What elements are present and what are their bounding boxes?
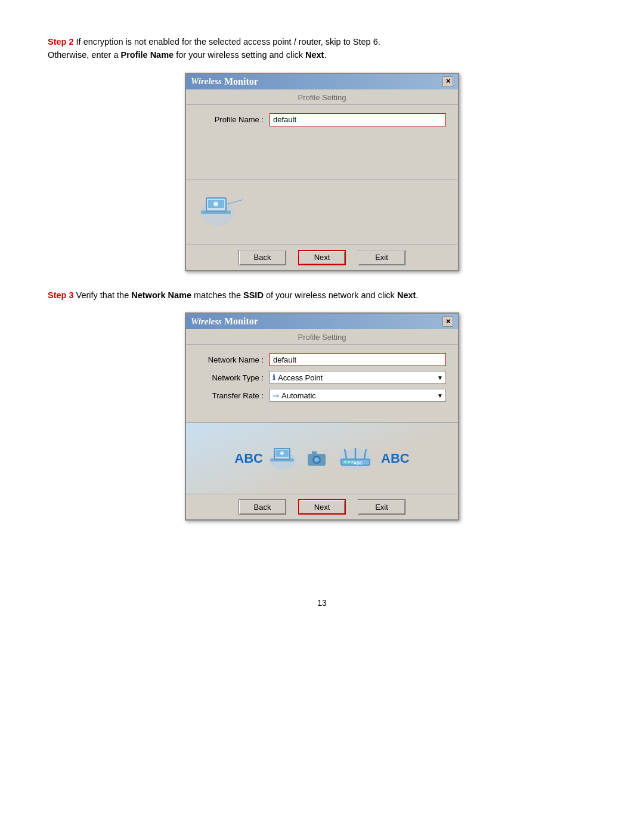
dialog1-body: Profile Setting Profile Name : xyxy=(186,89,458,270)
dialog2-title: Wireless Monitor xyxy=(191,316,258,327)
dialog1-profile-name-input[interactable] xyxy=(270,113,446,126)
dialog1-close-button[interactable]: ✕ xyxy=(442,76,453,87)
dialog2-form-area: Network Name : Network Type : ℹ Access P… xyxy=(186,345,458,422)
dialog2-transfer-rate-label: Transfer Rate : xyxy=(198,391,270,400)
dialog2-network-name-row: Network Name : xyxy=(198,353,446,366)
step2-text4: . xyxy=(324,50,326,60)
network-type-dropdown-arrow: ▼ xyxy=(437,374,443,381)
dialog2-close-button[interactable]: ✕ xyxy=(442,316,453,327)
step3-bold1: Network Name xyxy=(131,290,191,300)
network-diagram: ABC xyxy=(195,429,449,488)
dialog1-next-button[interactable]: Next xyxy=(298,250,346,265)
step2-text2: Otherwise, enter a xyxy=(48,50,121,60)
network-type-icon: ℹ xyxy=(273,373,275,382)
svg-point-24 xyxy=(344,461,346,463)
dialog2-footer: Back Next Exit xyxy=(186,494,458,519)
transfer-rate-dropdown-arrow: ▼ xyxy=(437,392,443,399)
dialog1-section-label: Profile Setting xyxy=(186,89,458,105)
dialog1-titlebar: Wireless Monitor ✕ xyxy=(186,74,458,89)
dialog2-titlebar: Wireless Monitor ✕ xyxy=(186,314,458,329)
dialog1-exit-button[interactable]: Exit xyxy=(358,250,405,265)
step3-text4: . xyxy=(416,290,418,300)
step3-block: Step 3 Verify that the Network Name matc… xyxy=(48,289,596,521)
step3-text1: Verify that the xyxy=(74,290,132,300)
dialog2-transfer-rate-value: Automatic xyxy=(281,391,316,400)
abc-right-label: ABC xyxy=(381,451,410,466)
abc-left-label: ABC xyxy=(234,451,263,466)
dialog2-body: Profile Setting Network Name : Network T… xyxy=(186,329,458,519)
svg-text:ABC: ABC xyxy=(354,461,363,465)
dialog2-title-wireless: Wireless xyxy=(191,317,222,327)
step2-text: Step 2 If encryption is not enabled for … xyxy=(48,36,596,62)
diagram-laptop-icon xyxy=(265,442,301,475)
step2-text3: for your wireless setting and click xyxy=(174,50,305,60)
step2-text1: If encryption is not enabled for the sel… xyxy=(74,37,380,47)
dialog2-next-button[interactable]: Next xyxy=(298,499,346,515)
dialog1: Wireless Monitor ✕ Profile Setting Profi… xyxy=(185,73,459,271)
dialog2-back-button[interactable]: Back xyxy=(239,499,286,515)
dialog1-profile-name-label: Profile Name : xyxy=(198,115,270,124)
dialog1-title: Wireless Monitor xyxy=(191,76,258,87)
dialog2-network-type-label: Network Type : xyxy=(198,373,270,382)
dialog2-image-area: ABC xyxy=(186,422,458,494)
dialog1-image-area xyxy=(186,179,458,244)
step2-block: Step 2 If encryption is not enabled for … xyxy=(48,36,596,271)
dialog2-network-type-value: Access Point xyxy=(278,373,323,382)
dialog2-network-name-label: Network Name : xyxy=(198,355,270,364)
step2-label: Step 2 xyxy=(48,37,74,47)
dialog2-spacer xyxy=(198,407,446,416)
dialog1-footer: Back Next Exit xyxy=(186,244,458,270)
dialog2-network-type-select[interactable]: ℹ Access Point ▼ xyxy=(270,371,446,384)
diagram-camera-icon xyxy=(305,448,329,469)
step3-text3: of your wireless network and click xyxy=(264,290,397,300)
dialog2-wrapper: Wireless Monitor ✕ Profile Setting Netwo… xyxy=(48,312,596,521)
svg-rect-17 xyxy=(312,451,317,454)
bottom-spacer xyxy=(48,538,596,574)
dialog2-network-name-input[interactable] xyxy=(270,353,446,366)
step3-bold3: Next xyxy=(397,290,416,300)
page-number: 13 xyxy=(48,598,596,608)
step3-text2: matches the xyxy=(191,290,243,300)
svg-point-5 xyxy=(213,202,218,206)
svg-point-12 xyxy=(280,451,284,455)
step2-bold2: Next xyxy=(305,50,324,60)
dialog1-title-wireless: Wireless xyxy=(191,76,222,86)
step3-text: Step 3 Verify that the Network Name matc… xyxy=(48,289,596,302)
dialog2-section-label: Profile Setting xyxy=(186,329,458,345)
dialog1-laptop-icon xyxy=(195,188,243,236)
dialog2-title-monitor: Monitor xyxy=(224,316,258,327)
svg-point-16 xyxy=(315,458,318,462)
dialog1-wrapper: Wireless Monitor ✕ Profile Setting Profi… xyxy=(48,73,596,271)
step3-bold2: SSID xyxy=(243,290,264,300)
svg-point-25 xyxy=(348,461,350,463)
dialog2-transfer-rate-select[interactable]: ⇒ Automatic ▼ xyxy=(270,389,446,402)
dialog2-network-type-row: Network Type : ℹ Access Point ▼ xyxy=(198,371,446,384)
dialog2-exit-button[interactable]: Exit xyxy=(358,499,405,515)
svg-line-6 xyxy=(228,200,243,204)
diagram-router-icon: ABC xyxy=(335,442,376,475)
dialog1-form-area: Profile Name : xyxy=(186,105,458,179)
dialog1-spacer xyxy=(198,131,446,173)
dialog2: Wireless Monitor ✕ Profile Setting Netwo… xyxy=(185,312,459,521)
dialog1-title-monitor: Monitor xyxy=(224,76,258,87)
step2-bold1: Profile Name xyxy=(121,50,174,60)
dialog2-transfer-rate-row: Transfer Rate : ⇒ Automatic ▼ xyxy=(198,389,446,402)
step3-label: Step 3 xyxy=(48,290,74,300)
dialog1-profile-name-row: Profile Name : xyxy=(198,113,446,126)
dialog1-back-button[interactable]: Back xyxy=(239,250,286,265)
transfer-rate-icon: ⇒ xyxy=(273,391,279,400)
